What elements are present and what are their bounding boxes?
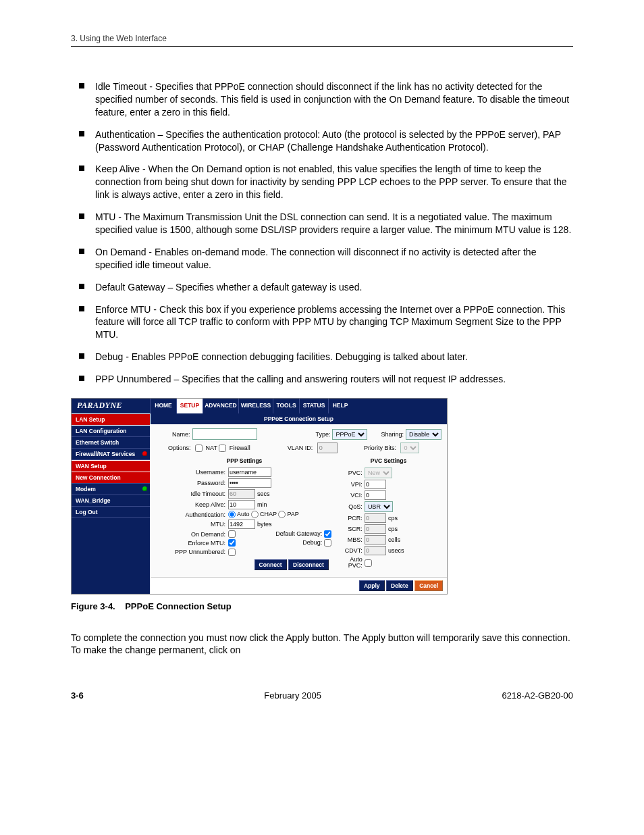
keep-input[interactable] bbox=[228, 500, 255, 509]
sidebar-item-wan-bridge[interactable]: WAN_Bridge bbox=[72, 495, 150, 507]
pppun-label: PPP Unnumbered: bbox=[155, 549, 228, 555]
vlan-label: VLAN ID: bbox=[288, 445, 313, 451]
name-input[interactable] bbox=[192, 428, 257, 440]
pvc-label: PVC: bbox=[334, 470, 365, 476]
list-item: Keep Alive - When the On Demand option i… bbox=[78, 163, 573, 201]
cdvt-input[interactable] bbox=[365, 546, 386, 555]
firewall-checkbox[interactable] bbox=[219, 445, 226, 452]
list-item: Idle Timeout - Specifies that PPPoE conn… bbox=[78, 80, 573, 119]
vlan-input[interactable] bbox=[317, 442, 338, 453]
ondemand-label: On Demand: bbox=[155, 531, 228, 538]
closing-paragraph: To complete the connection you must now … bbox=[71, 632, 573, 657]
tab-advanced[interactable]: ADVANCED bbox=[203, 399, 238, 413]
type-label: Type: bbox=[315, 431, 330, 438]
page-number: 3-6 bbox=[71, 690, 84, 701]
auth-pap-radio[interactable] bbox=[278, 511, 286, 518]
enforce-checkbox[interactable] bbox=[228, 539, 236, 547]
vci-input[interactable] bbox=[365, 490, 386, 500]
pvc-title: PVC Settings bbox=[334, 456, 443, 467]
list-item: Debug - Enables PPPoE connection debuggi… bbox=[78, 351, 573, 363]
nat-label: NAT bbox=[206, 445, 217, 451]
mtu-label: MTU: bbox=[155, 521, 228, 528]
mbs-label: MBS: bbox=[334, 536, 365, 543]
defgw-checkbox[interactable] bbox=[324, 530, 331, 538]
mtu-input[interactable] bbox=[228, 520, 255, 529]
footer-date: February 2005 bbox=[264, 690, 321, 701]
tab-help[interactable]: HELP bbox=[328, 399, 352, 413]
list-item: PPP Unnumbered – Specifies that the call… bbox=[78, 373, 573, 386]
page-header: 3. Using the Web Interface bbox=[71, 34, 573, 47]
idle-input[interactable] bbox=[228, 489, 255, 499]
cancel-button[interactable]: Cancel bbox=[414, 580, 443, 591]
apply-button[interactable]: Apply bbox=[359, 580, 385, 591]
sharing-select[interactable]: Disable bbox=[406, 429, 441, 440]
auth-auto-radio[interactable] bbox=[228, 511, 236, 518]
content-title: PPPoE Connection Setup bbox=[151, 413, 447, 424]
password-input[interactable] bbox=[228, 478, 271, 488]
figure-title: PPPoE Connection Setup bbox=[125, 601, 231, 611]
tab-wireless[interactable]: WIRELESS bbox=[238, 399, 273, 413]
pvc-select: New bbox=[365, 467, 392, 478]
sidebar-heading-wan: WAN Setup bbox=[72, 460, 150, 472]
status-dot-icon bbox=[142, 486, 147, 491]
screenshot-figure: PARADYNE HOME SETUP ADVANCED WIRELESS TO… bbox=[71, 398, 448, 594]
idle-label: Idle Timeout: bbox=[155, 490, 228, 497]
tab-status[interactable]: STATUS bbox=[299, 399, 328, 413]
sidebar-heading-lan: LAN Setup bbox=[72, 413, 150, 426]
keep-unit: min bbox=[255, 501, 267, 508]
password-label: Password: bbox=[155, 480, 228, 486]
type-select[interactable]: PPPoE bbox=[332, 429, 367, 440]
sharing-label: Sharing: bbox=[381, 431, 404, 438]
auth-chap-radio[interactable] bbox=[251, 511, 259, 518]
sidebar-item-new-connection[interactable]: New Connection bbox=[72, 472, 150, 484]
pcr-input[interactable] bbox=[365, 513, 386, 523]
sidebar-item-firewall[interactable]: Firewall/NAT Services bbox=[72, 449, 150, 460]
status-dot-icon bbox=[142, 451, 147, 456]
sidebar-item-modem[interactable]: Modem bbox=[72, 484, 150, 495]
tab-setup[interactable]: SETUP bbox=[176, 399, 203, 413]
brand-logo: PARADYNE bbox=[72, 399, 150, 413]
connect-button[interactable]: Connect bbox=[254, 559, 287, 570]
scr-label: SCR: bbox=[334, 526, 365, 532]
tab-home[interactable]: HOME bbox=[150, 399, 176, 413]
cdvt-label: CDVT: bbox=[334, 547, 365, 554]
auth-label: Authentication: bbox=[155, 511, 228, 518]
app-topbar: PARADYNE HOME SETUP ADVANCED WIRELESS TO… bbox=[72, 399, 447, 413]
username-label: Username: bbox=[155, 469, 228, 476]
nat-checkbox[interactable] bbox=[195, 445, 203, 452]
sidebar-item-lan-config[interactable]: LAN Configuration bbox=[72, 426, 150, 437]
page: 3. Using the Web Interface Idle Timeout … bbox=[0, 0, 644, 728]
sidebar-item-ethernet[interactable]: Ethernet Switch bbox=[72, 437, 150, 449]
qos-label: QoS: bbox=[334, 503, 365, 510]
sidebar: LAN Setup LAN Configuration Ethernet Swi… bbox=[72, 413, 151, 594]
pcr-label: PCR: bbox=[334, 515, 365, 522]
username-input[interactable] bbox=[228, 467, 271, 477]
name-label: Name: bbox=[172, 431, 190, 438]
priority-select: 0 bbox=[400, 442, 419, 453]
ondemand-checkbox[interactable] bbox=[228, 530, 236, 538]
sidebar-item-logout[interactable]: Log Out bbox=[72, 507, 150, 518]
pppun-checkbox[interactable] bbox=[228, 549, 236, 556]
figure-number: Figure 3-4. bbox=[71, 601, 115, 611]
delete-button[interactable]: Delete bbox=[386, 580, 413, 591]
mbs-input[interactable] bbox=[365, 535, 386, 545]
vci-label: VCI: bbox=[334, 492, 365, 499]
qos-select[interactable]: UBR bbox=[365, 501, 393, 512]
list-item: On Demand - Enables on-demand mode. The … bbox=[78, 246, 573, 272]
debug-label: Debug: bbox=[302, 539, 322, 546]
firewall-label: Firewall bbox=[230, 445, 250, 451]
mtu-unit: bytes bbox=[255, 521, 272, 528]
idle-unit: secs bbox=[255, 490, 270, 497]
scr-input[interactable] bbox=[365, 524, 386, 534]
ppp-title: PPP Settings bbox=[155, 456, 334, 467]
tab-tools[interactable]: TOOLS bbox=[273, 399, 299, 413]
disconnect-button[interactable]: Disconnect bbox=[288, 559, 329, 570]
debug-checkbox[interactable] bbox=[324, 539, 331, 547]
vpi-input[interactable] bbox=[365, 480, 386, 489]
options-label: Options: bbox=[168, 445, 191, 451]
page-footer: 3-6 February 2005 6218-A2-GB20-00 bbox=[71, 690, 573, 701]
bullet-list: Idle Timeout - Specifies that PPPoE conn… bbox=[78, 80, 573, 386]
list-item: Enforce MTU - Check this box if you expe… bbox=[78, 303, 573, 342]
content-pane: PPPoE Connection Setup Name: Type: PPPoE… bbox=[151, 413, 447, 594]
autopvc-checkbox[interactable] bbox=[365, 559, 372, 567]
